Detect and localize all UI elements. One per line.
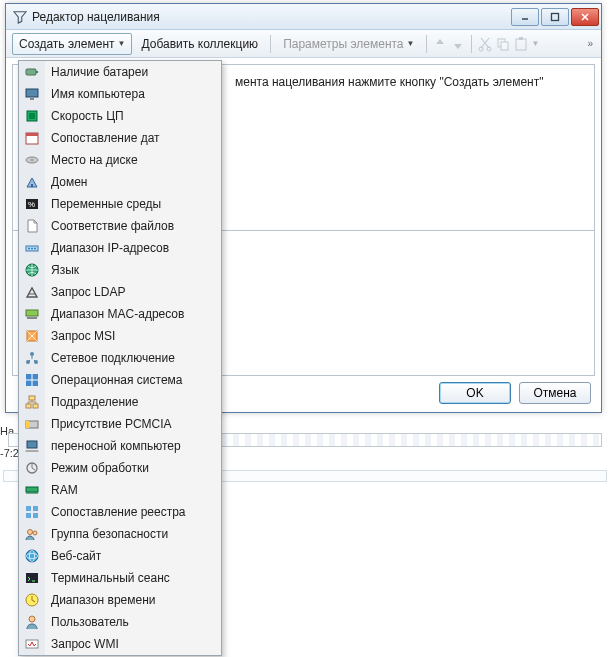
create-element-button[interactable]: Создать элемент ▼: [12, 33, 132, 55]
minimize-button[interactable]: [511, 8, 539, 26]
wmi-icon: [23, 635, 41, 653]
svg-rect-5: [501, 42, 508, 50]
chevron-down-icon: ▼: [531, 39, 539, 48]
window-title: Редактор нацеливания: [32, 10, 511, 24]
menu-item-label: Группа безопасности: [45, 527, 168, 541]
paste-icon: [513, 36, 529, 52]
menu-item-label: Пользователь: [45, 615, 129, 629]
menu-item-label: Переменные среды: [45, 197, 161, 211]
menu-item-label: переносной компьютер: [45, 439, 181, 453]
os-item[interactable]: Операционная система: [45, 369, 221, 391]
menu-item-label: Диапазон времени: [45, 593, 156, 607]
msi-query-item[interactable]: Запрос MSI: [45, 325, 221, 347]
add-collection-button[interactable]: Добавить коллекцию: [134, 33, 265, 55]
menu-item-label: Присутствие PCMCIA: [45, 417, 172, 431]
titlebar[interactable]: Редактор нацеливания: [6, 4, 601, 30]
menu-item-label: Сетевое подключение: [45, 351, 175, 365]
menu-item-label: Место на диске: [45, 153, 138, 167]
menu-item-label: Сопоставление реестра: [45, 505, 186, 519]
portable-item[interactable]: переносной компьютер: [45, 435, 221, 457]
add-collection-label: Добавить коллекцию: [141, 37, 258, 51]
menu-item-label: Скорость ЦП: [45, 109, 124, 123]
toolbar-separator: [471, 35, 472, 53]
processing-mode-item[interactable]: Режим обработки: [45, 457, 221, 479]
terminal-session-item[interactable]: Терминальный сеанс: [45, 567, 221, 589]
battery-exists-item[interactable]: Наличие батареи: [45, 61, 221, 83]
ldap-query-item[interactable]: Запрос LDAP: [45, 281, 221, 303]
close-button[interactable]: [571, 8, 599, 26]
toolbar-separator: [426, 35, 427, 53]
maximize-button[interactable]: [541, 8, 569, 26]
menu-item-label: Операционная система: [45, 373, 183, 387]
menu-item-label: Диапазон MAC-адресов: [45, 307, 184, 321]
website-item[interactable]: Веб-сайт: [45, 545, 221, 567]
battery-icon: [23, 63, 41, 81]
element-params-label: Параметры элемента: [283, 37, 403, 51]
toolbar-separator: [270, 35, 271, 53]
menu-item-label: Режим обработки: [45, 461, 149, 475]
env-vars-item[interactable]: Переменные среды: [45, 193, 221, 215]
pcmcia-item[interactable]: Присутствие PCMCIA: [45, 413, 221, 435]
globe-icon: [23, 261, 41, 279]
org-unit-item[interactable]: Подразделение: [45, 391, 221, 413]
monitor-icon: [23, 85, 41, 103]
svg-rect-6: [516, 39, 526, 50]
security-group-item[interactable]: Группа безопасности: [45, 523, 221, 545]
file-match-item[interactable]: Соответствие файлов: [45, 215, 221, 237]
create-element-menu[interactable]: Наличие батареиИмя компьютераСкорость ЦП…: [18, 60, 222, 656]
disk-space-item[interactable]: Место на диске: [45, 149, 221, 171]
calendar-icon: [23, 129, 41, 147]
pcmcia-icon: [23, 415, 41, 433]
menu-item-label: Сопоставление дат: [45, 131, 160, 145]
menu-item-label: Запрос WMI: [45, 637, 119, 651]
registry-icon: [23, 503, 41, 521]
create-element-label: Создать элемент: [19, 37, 115, 51]
ip-icon: [23, 239, 41, 257]
ip-range-item[interactable]: Диапазон IP-адресов: [45, 237, 221, 259]
cut-icon: [477, 36, 493, 52]
language-item[interactable]: Язык: [45, 259, 221, 281]
ram-item[interactable]: RAM: [45, 479, 221, 501]
network-icon: [23, 349, 41, 367]
domain-item[interactable]: Домен: [45, 171, 221, 193]
cpu-icon: [23, 107, 41, 125]
group-icon: [23, 525, 41, 543]
mode-icon: [23, 459, 41, 477]
msi-icon: [23, 327, 41, 345]
mac-range-item[interactable]: Диапазон MAC-адресов: [45, 303, 221, 325]
registry-match-item[interactable]: Сопоставление реестра: [45, 501, 221, 523]
menu-item-label: Подразделение: [45, 395, 138, 409]
file-icon: [23, 217, 41, 235]
time-range-item[interactable]: Диапазон времени: [45, 589, 221, 611]
svg-rect-1: [552, 13, 559, 20]
cpu-speed-item[interactable]: Скорость ЦП: [45, 105, 221, 127]
ok-button[interactable]: OK: [439, 382, 511, 404]
menu-item-label: Наличие батареи: [45, 65, 148, 79]
disk-icon: [23, 151, 41, 169]
ou-icon: [23, 393, 41, 411]
computer-name-item[interactable]: Имя компьютера: [45, 83, 221, 105]
os-icon: [23, 371, 41, 389]
menu-item-label: Веб-сайт: [45, 549, 101, 563]
svg-rect-7: [519, 37, 523, 40]
hint-text: мента нацеливания нажмите кнопку "Создат…: [223, 65, 594, 99]
menu-item-label: Домен: [45, 175, 88, 189]
laptop-icon: [23, 437, 41, 455]
toolbar-overflow[interactable]: »: [585, 36, 595, 51]
chevron-down-icon: ▼: [407, 39, 415, 48]
cancel-button[interactable]: Отмена: [519, 382, 591, 404]
move-up-icon: [432, 36, 448, 52]
wmi-query-item[interactable]: Запрос WMI: [45, 633, 221, 655]
mac-icon: [23, 305, 41, 323]
menu-item-label: RAM: [45, 483, 78, 497]
date-match-item[interactable]: Сопоставление дат: [45, 127, 221, 149]
menu-item-label: Терминальный сеанс: [45, 571, 170, 585]
user-item[interactable]: Пользователь: [45, 611, 221, 633]
menu-item-label: Имя компьютера: [45, 87, 145, 101]
menu-item-label: Язык: [45, 263, 79, 277]
chevron-down-icon: ▼: [118, 39, 126, 48]
move-down-icon: [450, 36, 466, 52]
menu-item-label: Запрос MSI: [45, 329, 115, 343]
network-conn-item[interactable]: Сетевое подключение: [45, 347, 221, 369]
web-icon: [23, 547, 41, 565]
